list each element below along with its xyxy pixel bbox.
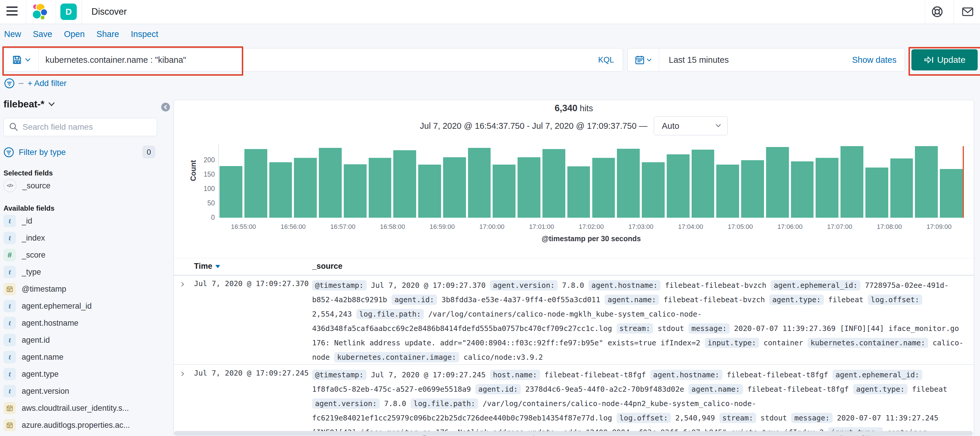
menu-icon[interactable]	[6, 6, 18, 17]
histogram-bar	[766, 147, 789, 218]
time-range-value[interactable]: Last 15 minutes	[669, 55, 729, 65]
field-item-@timestamp[interactable]: @timestamp	[3, 281, 164, 297]
histogram-bar	[617, 149, 640, 218]
source-field-icon: </>	[3, 179, 16, 192]
x-tick-label: 17:05:00	[720, 223, 761, 231]
chevron-left-icon	[163, 105, 168, 109]
calendar-icon	[6, 286, 13, 292]
y-tick-label: 200	[180, 156, 215, 164]
field-item-_id[interactable]: t_id	[3, 212, 164, 230]
date-field-icon	[3, 419, 16, 431]
field-pill: agent.version:	[312, 398, 380, 409]
selected-fields-heading: Selected fields	[3, 169, 164, 177]
field-pill: agent.version:	[490, 280, 558, 291]
field-pill: log.offset:	[617, 413, 671, 423]
field-item-agent.ephemeral_id[interactable]: tagent.ephemeral_id	[3, 297, 164, 315]
field-name: agent.id	[22, 335, 50, 345]
hits-count: 6,340 hits	[174, 103, 974, 113]
field-name: agent.name	[22, 353, 64, 362]
hits-label: hits	[580, 104, 593, 113]
x-tick-label: 17:06:00	[770, 223, 811, 231]
top-nav-menu: NewSaveOpenShareInspect	[4, 29, 158, 39]
update-button-label: Update	[937, 55, 966, 65]
histogram-bar	[269, 162, 292, 218]
field-item-_index[interactable]: t_index	[3, 230, 164, 246]
field-item-agent.type[interactable]: tagent.type	[3, 366, 164, 383]
filter-count-badge: 0	[142, 145, 155, 158]
x-tick-label: 16:59:00	[422, 223, 463, 231]
field-item-agent.name[interactable]: tagent.name	[3, 348, 164, 366]
expand-row-icon[interactable]	[180, 282, 185, 288]
interval-select[interactable]: Auto	[654, 117, 728, 135]
nav-link-share[interactable]: Share	[96, 29, 119, 39]
expand-row-icon[interactable]	[180, 371, 185, 378]
field-pill: log.offset:	[868, 295, 922, 305]
filter-by-type-button[interactable]: Filter by type	[19, 148, 66, 157]
calendar-icon	[6, 405, 13, 411]
field-pill: agent.name:	[689, 384, 743, 394]
string-field-icon: t	[3, 351, 16, 363]
current-time-marker	[963, 146, 964, 218]
doc-source: @timestamp: Jul 7, 2020 @ 17:09:27.245 h…	[312, 367, 966, 436]
nav-link-inspect[interactable]: Inspect	[131, 29, 158, 39]
sort-desc-icon[interactable]	[215, 265, 220, 268]
divider	[26, 0, 26, 24]
date-field-icon	[3, 283, 16, 295]
help-icon[interactable]	[931, 6, 943, 19]
add-filter-button[interactable]: + Add filter	[27, 79, 67, 88]
filter-circle-icon[interactable]	[4, 78, 15, 89]
query-bar: kubernetes.container.name : "kibana" KQL	[3, 48, 623, 72]
query-language-button[interactable]: KQL	[598, 56, 614, 65]
nav-link-new[interactable]: New	[4, 29, 21, 39]
nav-link-open[interactable]: Open	[64, 29, 85, 39]
field-item-_source[interactable]: </>_source	[3, 177, 164, 194]
histogram-bar	[940, 169, 963, 218]
query-input[interactable]: kubernetes.container.name : "kibana"	[45, 55, 186, 65]
filter-bar: + Add filter	[4, 78, 67, 89]
divider	[56, 0, 56, 24]
histogram-plot[interactable]	[219, 144, 964, 218]
histogram-bar	[865, 168, 888, 218]
date-picker: Last 15 minutes Show dates	[627, 48, 905, 72]
field-item-agent.id[interactable]: tagent.id	[3, 332, 164, 348]
histogram-bar	[567, 166, 590, 218]
index-pattern-label: filebeat-*	[3, 99, 44, 110]
calendar-icon	[6, 422, 13, 428]
field-item-azure.auditlogs.properties.ac...[interactable]: azure.auditlogs.properties.ac...	[3, 417, 164, 434]
histogram-bar	[816, 158, 838, 218]
nav-link-save[interactable]: Save	[33, 29, 52, 39]
histogram-bar	[443, 157, 466, 218]
index-pattern-switcher[interactable]: filebeat-*	[3, 99, 164, 110]
show-dates-button[interactable]: Show dates	[852, 55, 896, 65]
elastic-logo-icon[interactable]	[31, 3, 49, 22]
string-field-icon: t	[3, 232, 16, 244]
available-fields-heading: Available fields	[3, 204, 164, 212]
mail-icon[interactable]	[962, 6, 974, 18]
update-button[interactable]: Update	[912, 49, 978, 70]
field-pill: stream:	[719, 413, 756, 423]
histogram-bar	[369, 158, 391, 218]
calendar-icon[interactable]	[628, 48, 659, 71]
discover-app-badge: D	[60, 3, 77, 20]
y-tick-label: 50	[180, 199, 215, 207]
field-pill: host.name:	[490, 370, 540, 380]
top-bar: D Discover	[0, 0, 980, 24]
field-name: @timestamp	[22, 284, 66, 294]
x-tick-label: 17:07:00	[819, 223, 860, 231]
histogram-bar	[592, 158, 615, 218]
filter-drop-hint	[19, 83, 24, 84]
field-search-input[interactable]	[22, 118, 152, 136]
horizontal-scrollbar[interactable]	[174, 431, 973, 436]
saved-query-menu-button[interactable]	[4, 48, 39, 71]
field-item-agent.version[interactable]: tagent.version	[3, 383, 164, 399]
field-name: _type	[22, 268, 41, 277]
histogram-bar	[344, 164, 367, 218]
field-item-_score[interactable]: #_score	[3, 246, 164, 264]
field-item-aws.cloudtrail.user_identity.s...[interactable]: aws.cloudtrail.user_identity.s...	[3, 399, 164, 417]
table-row: Jul 7, 2020 @ 17:09:27.370@timestamp: Ju…	[174, 275, 974, 365]
field-item-agent.hostname[interactable]: tagent.hostname	[3, 315, 164, 332]
search-icon	[9, 122, 19, 132]
collapse-sidebar-button[interactable]	[161, 103, 170, 112]
column-header-time[interactable]: Time	[194, 262, 220, 271]
field-item-_type[interactable]: t_type	[3, 264, 164, 281]
